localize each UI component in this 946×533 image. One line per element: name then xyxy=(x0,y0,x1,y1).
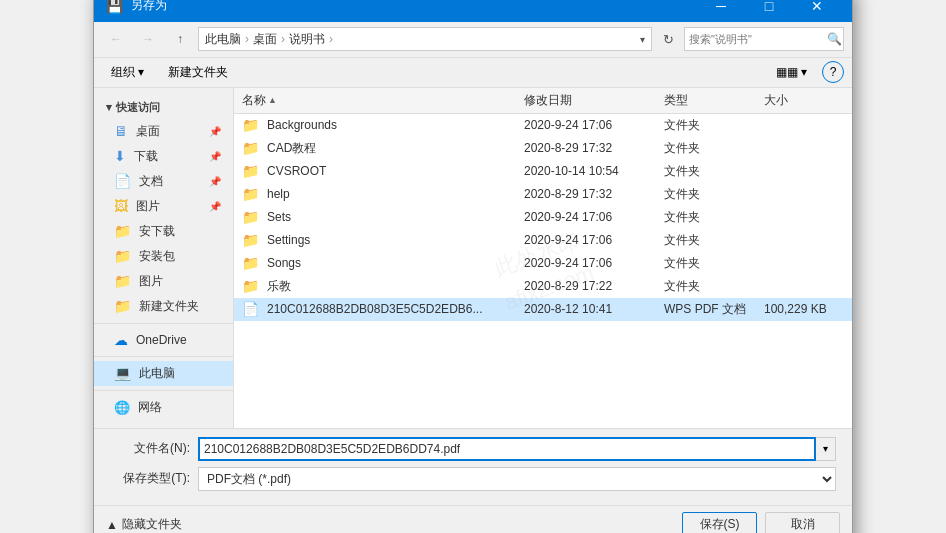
new-folder-button[interactable]: 新建文件夹 xyxy=(159,61,237,84)
title-bar-left: 💾 另存为 xyxy=(106,0,167,14)
filename-input[interactable] xyxy=(198,437,816,461)
filename-input-wrapper: ▾ xyxy=(198,437,836,461)
file-type: 文件夹 xyxy=(664,163,764,180)
file-name-cell: 📁 Backgrounds xyxy=(242,117,524,133)
file-modified: 2020-8-12 10:41 xyxy=(524,302,664,316)
breadcrumb-computer[interactable]: 此电脑 xyxy=(205,31,241,48)
save-button[interactable]: 保存(S) xyxy=(682,512,757,534)
pictures2-label: 图片 xyxy=(139,273,163,290)
downloads-icon: ⬇ xyxy=(114,148,126,164)
header-modified[interactable]: 修改日期 xyxy=(524,92,664,109)
file-type: WPS PDF 文档 xyxy=(664,301,764,318)
packages-icon: 📁 xyxy=(114,248,131,264)
sidebar-item-downloads[interactable]: ⬇ 下载 📌 xyxy=(94,144,233,169)
quick-access-section: ▾ 快速访问 🖥 桌面 📌 ⬇ 下载 📌 📄 文档 📌 xyxy=(94,96,233,319)
filename-label: 文件名(N): xyxy=(110,440,190,457)
filetype-select[interactable]: PDF文档 (*.pdf) xyxy=(198,467,836,491)
hide-folder-button[interactable]: ▲ 隐藏文件夹 xyxy=(106,516,182,533)
folder-icon: 📁 xyxy=(242,255,259,271)
organize-button[interactable]: 组织 ▾ xyxy=(102,61,153,84)
collapse-icon: ▾ xyxy=(106,101,112,114)
sidebar-item-new-folder[interactable]: 📁 新建文件夹 xyxy=(94,294,233,319)
help-icon: ? xyxy=(830,65,837,79)
sidebar-item-pictures[interactable]: 🖼 图片 📌 xyxy=(94,194,233,219)
help-button[interactable]: ? xyxy=(822,61,844,83)
up-button[interactable]: ↑ xyxy=(166,27,194,51)
file-row-songs[interactable]: 📁 Songs 2020-9-24 17:06 文件夹 xyxy=(234,252,852,275)
minimize-button[interactable]: ─ xyxy=(698,0,744,22)
filetype-label: 保存类型(T): xyxy=(110,470,190,487)
sidebar-item-documents[interactable]: 📄 文档 📌 xyxy=(94,169,233,194)
file-modified: 2020-9-24 17:06 xyxy=(524,118,664,132)
breadcrumb-desktop[interactable]: 桌面 xyxy=(253,31,277,48)
sidebar-item-network[interactable]: 🌐 网络 xyxy=(94,395,233,420)
header-type[interactable]: 类型 xyxy=(664,92,764,109)
content-area: ▾ 快速访问 🖥 桌面 📌 ⬇ 下载 📌 📄 文档 📌 xyxy=(94,88,852,428)
sidebar-item-pictures2[interactable]: 📁 图片 xyxy=(94,269,233,294)
breadcrumb[interactable]: 此电脑 › 桌面 › 说明书 › ▾ xyxy=(198,27,652,51)
file-modified: 2020-9-24 17:06 xyxy=(524,233,664,247)
pin-icon2: 📌 xyxy=(209,151,221,162)
organize-label: 组织 xyxy=(111,65,135,79)
organize-arrow: ▾ xyxy=(138,65,144,79)
breadcrumb-dropdown[interactable]: ▾ xyxy=(640,34,645,45)
breadcrumb-sep2: › xyxy=(281,32,285,46)
file-row-backgrounds[interactable]: 📁 Backgrounds 2020-9-24 17:06 文件夹 xyxy=(234,114,852,137)
sidebar-item-desktop[interactable]: 🖥 桌面 📌 xyxy=(94,119,233,144)
file-row-pdf[interactable]: 📄 210C012688B2DB08D3E5C5D2EDB6... 2020-8… xyxy=(234,298,852,321)
file-name-cell: 📄 210C012688B2DB08D3E5C5D2EDB6... xyxy=(242,301,524,317)
new-folder-icon: 📁 xyxy=(114,298,131,314)
pdf-icon: 📄 xyxy=(242,301,259,317)
file-type: 文件夹 xyxy=(664,186,764,203)
sidebar-divider2 xyxy=(94,356,233,357)
search-input[interactable] xyxy=(689,33,827,45)
file-name: Songs xyxy=(267,256,301,270)
pin-icon: 📌 xyxy=(209,126,221,137)
desktop-label: 桌面 xyxy=(136,123,160,140)
dialog-icon: 💾 xyxy=(106,0,123,14)
file-row-sets[interactable]: 📁 Sets 2020-9-24 17:06 文件夹 xyxy=(234,206,852,229)
file-name-cell: 📁 Sets xyxy=(242,209,524,225)
maximize-button[interactable]: □ xyxy=(746,0,792,22)
hide-folder-label: 隐藏文件夹 xyxy=(122,516,182,533)
onedrive-icon: ☁ xyxy=(114,332,128,348)
file-row-cad[interactable]: 📁 CAD教程 2020-8-29 17:32 文件夹 xyxy=(234,137,852,160)
file-name: Backgrounds xyxy=(267,118,337,132)
file-type: 文件夹 xyxy=(664,278,764,295)
folder-icon: 📁 xyxy=(242,209,259,225)
file-name: 210C012688B2DB08D3E5C5D2EDB6... xyxy=(267,302,482,316)
sidebar-divider1 xyxy=(94,323,233,324)
sidebar-item-an-downloads[interactable]: 📁 安下载 xyxy=(94,219,233,244)
file-list: 此处水印 afixz.com 📁 Backgrounds 2020-9-24 1… xyxy=(234,114,852,428)
sidebar-item-onedrive[interactable]: ☁ OneDrive xyxy=(94,328,233,352)
file-type: 文件夹 xyxy=(664,255,764,272)
file-name: CVSROOT xyxy=(267,164,326,178)
file-row-cvsroot[interactable]: 📁 CVSROOT 2020-10-14 10:54 文件夹 xyxy=(234,160,852,183)
refresh-button[interactable]: ↻ xyxy=(656,27,680,51)
search-box: 🔍 xyxy=(684,27,844,51)
file-row-help[interactable]: 📁 help 2020-8-29 17:32 文件夹 xyxy=(234,183,852,206)
cancel-button[interactable]: 取消 xyxy=(765,512,840,534)
folder-icon: 📁 xyxy=(242,186,259,202)
file-type: 文件夹 xyxy=(664,117,764,134)
breadcrumb-folder[interactable]: 说明书 xyxy=(289,31,325,48)
new-folder-label: 新建文件夹 xyxy=(139,298,199,315)
file-row-yuejiao[interactable]: 📁 乐教 2020-8-29 17:22 文件夹 xyxy=(234,275,852,298)
view-arrow: ▾ xyxy=(801,65,807,79)
file-row-settings[interactable]: 📁 Settings 2020-9-24 17:06 文件夹 xyxy=(234,229,852,252)
collapse-arrow: ▲ xyxy=(106,518,118,532)
header-name[interactable]: 名称 ▲ xyxy=(242,92,524,109)
file-modified: 2020-8-29 17:32 xyxy=(524,187,664,201)
back-button[interactable]: ← xyxy=(102,27,130,51)
file-type: 文件夹 xyxy=(664,209,764,226)
filetype-row: 保存类型(T): PDF文档 (*.pdf) xyxy=(110,467,836,491)
desktop-icon: 🖥 xyxy=(114,123,128,139)
filename-dropdown[interactable]: ▾ xyxy=(816,437,836,461)
forward-button[interactable]: → xyxy=(134,27,162,51)
header-size[interactable]: 大小 xyxy=(764,92,844,109)
sidebar-item-computer[interactable]: 💻 此电脑 xyxy=(94,361,233,386)
pictures-label: 图片 xyxy=(136,198,160,215)
close-button[interactable]: ✕ xyxy=(794,0,840,22)
view-button[interactable]: ▦▦ ▾ xyxy=(767,62,816,82)
sidebar-item-packages[interactable]: 📁 安装包 xyxy=(94,244,233,269)
